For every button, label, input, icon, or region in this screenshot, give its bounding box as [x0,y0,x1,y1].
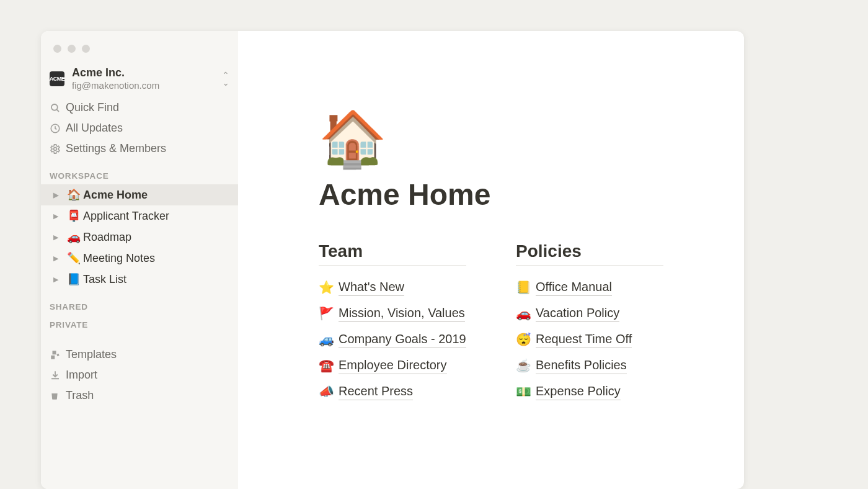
disclosure-triangle-icon[interactable]: ▶ [53,212,63,220]
link-text: Mission, Vision, Values [339,305,465,322]
page-label: Roadmap [83,231,131,244]
sidebar-page-item[interactable]: ▶🚗Roadmap [41,227,238,248]
page-content: 🏠 Acme Home Team⭐What's New🚩Mission, Vis… [238,31,744,489]
sidebar-page-item[interactable]: ▶📘Task List [41,269,238,290]
link-emoji-icon: 🚗 [516,306,536,321]
svg-line-1 [56,109,59,112]
svg-point-0 [51,104,58,110]
clock-icon [50,123,66,134]
workspace-logo: ACME [50,71,64,86]
link-text: Office Manual [536,279,612,296]
templates-button[interactable]: Templates [41,344,238,365]
section-private-label: PRIVATE [41,315,238,333]
page-icon[interactable]: 🏠 [319,112,663,166]
page-link[interactable]: 🚩Mission, Vision, Values [319,300,466,326]
page-label: Acme Home [83,189,148,202]
trash-label: Trash [66,389,94,402]
content-column: Team⭐What's New🚩Mission, Vision, Values🚙… [319,241,466,405]
column-heading[interactable]: Team [319,241,466,266]
workspace-switcher[interactable]: ACME Acme Inc. fig@makenotion.com ⌃⌃ [41,63,238,97]
page-link[interactable]: ⭐What's New [319,274,466,300]
minimize-window-dot[interactable] [68,45,76,53]
sidebar-page-item[interactable]: ▶✏️Meeting Notes [41,248,238,269]
disclosure-triangle-icon[interactable]: ▶ [53,276,63,284]
page-link[interactable]: 📒Office Manual [516,274,663,300]
sidebar-page-item[interactable]: ▶📮Applicant Tracker [41,205,238,227]
page-label: Applicant Tracker [83,210,169,223]
gear-icon [50,143,66,155]
content-columns: Team⭐What's New🚩Mission, Vision, Values🚙… [319,241,663,405]
page-emoji-icon: 📮 [67,209,83,223]
workspace-info: Acme Inc. fig@makenotion.com [72,66,222,91]
workspace-page-list: ▶🏠Acme Home▶📮Applicant Tracker▶🚗Roadmap▶… [41,184,238,290]
trash-button[interactable]: Trash [41,385,238,406]
section-workspace-label: WORKSPACE [41,159,238,184]
chevron-up-down-icon: ⌃⌃ [222,73,229,85]
search-icon [50,102,66,114]
page-emoji-icon: 🚗 [67,230,83,244]
link-emoji-icon: 😴 [516,332,536,347]
page-link[interactable]: 🚙Company Goals - 2019 [319,326,466,352]
link-emoji-icon: 💵 [516,384,536,399]
link-emoji-icon: ☕ [516,358,536,373]
disclosure-triangle-icon[interactable]: ▶ [53,254,63,262]
svg-point-3 [54,147,57,150]
disclosure-triangle-icon[interactable]: ▶ [53,233,63,241]
page-title[interactable]: Acme Home [319,177,663,212]
import-button[interactable]: Import [41,365,238,385]
window-traffic-lights [53,45,90,53]
settings-label: Settings & Members [66,142,166,155]
quick-find-button[interactable]: Quick Find [41,97,238,118]
section-shared-label: SHARED [41,290,238,315]
templates-label: Templates [66,348,117,361]
page-link[interactable]: 🚗Vacation Policy [516,300,663,326]
content-column: Policies📒Office Manual🚗Vacation Policy😴R… [516,241,663,405]
link-text: Recent Press [339,383,413,400]
link-emoji-icon: ⭐ [319,280,339,295]
link-text: Benefits Policies [536,357,627,374]
page-emoji-icon: 📘 [67,272,83,286]
column-heading[interactable]: Policies [516,241,663,266]
link-emoji-icon: 🚙 [319,332,339,347]
app-window: ACME Acme Inc. fig@makenotion.com ⌃⌃ Qui… [41,31,744,489]
trash-icon [50,390,66,402]
link-text: Expense Policy [536,383,621,400]
sidebar: ACME Acme Inc. fig@makenotion.com ⌃⌃ Qui… [41,31,238,489]
settings-members-button[interactable]: Settings & Members [41,138,238,159]
link-emoji-icon: 📣 [319,384,339,399]
page-link[interactable]: ☎️Employee Directory [319,352,466,379]
link-text: Vacation Policy [536,305,619,322]
quick-find-label: Quick Find [66,101,119,114]
page-link[interactable]: ☕Benefits Policies [516,352,663,379]
workspace-email: fig@makenotion.com [72,80,222,92]
link-text: Company Goals - 2019 [339,331,466,348]
link-text: Employee Directory [339,357,447,374]
link-emoji-icon: ☎️ [319,358,339,373]
close-window-dot[interactable] [53,45,61,53]
zoom-window-dot[interactable] [82,45,90,53]
workspace-name: Acme Inc. [72,66,222,80]
link-emoji-icon: 🚩 [319,306,339,321]
link-text: Request Time Off [536,331,632,348]
link-text: What's New [339,279,404,296]
disclosure-triangle-icon[interactable]: ▶ [53,191,63,199]
page-label: Meeting Notes [83,252,155,265]
page-link[interactable]: 💵Expense Policy [516,379,663,405]
page-emoji-icon: 🏠 [67,188,83,202]
import-label: Import [66,369,97,382]
download-icon [50,370,66,381]
page-label: Task List [83,273,126,286]
page-emoji-icon: ✏️ [67,251,83,265]
all-updates-button[interactable]: All Updates [41,118,238,138]
link-emoji-icon: 📒 [516,280,536,295]
all-updates-label: All Updates [66,122,123,135]
sidebar-page-item[interactable]: ▶🏠Acme Home [41,184,238,205]
templates-icon [50,349,66,361]
page-link[interactable]: 😴Request Time Off [516,326,663,352]
page-link[interactable]: 📣Recent Press [319,379,466,405]
